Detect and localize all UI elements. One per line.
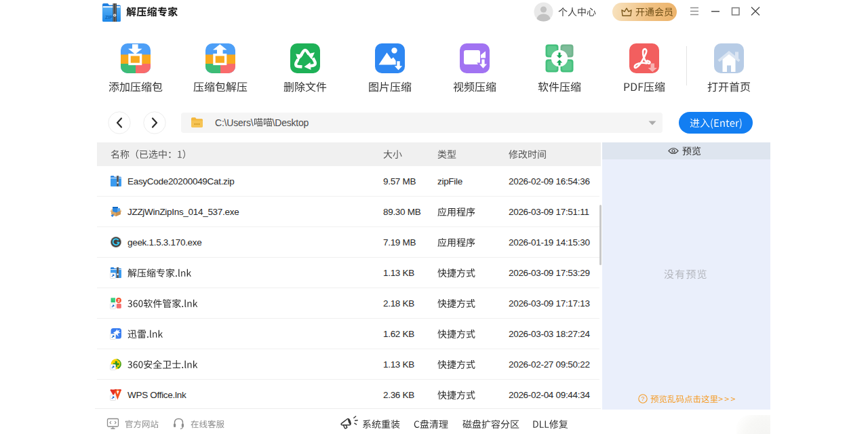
- svg-text:ZIP: ZIP: [105, 15, 113, 20]
- svg-text:?: ?: [642, 395, 645, 402]
